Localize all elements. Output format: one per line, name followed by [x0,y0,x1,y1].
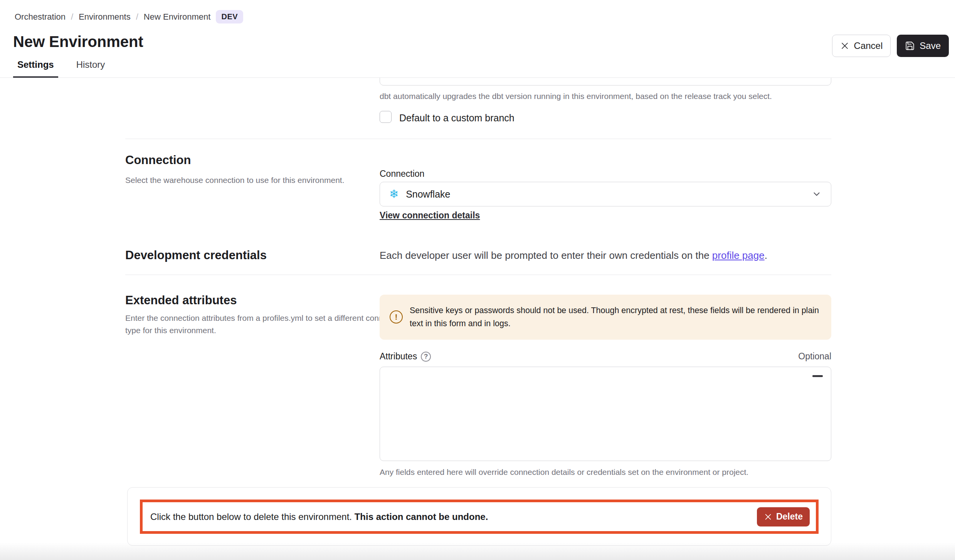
delete-warning-normal: Click the button below to delete this en… [150,511,355,522]
dev-credentials-text: Each developer user will be prompted to … [380,250,767,262]
save-button[interactable]: Save [897,35,949,57]
cancel-button[interactable]: Cancel [832,35,891,57]
cancel-button-label: Cancel [854,40,883,51]
chevron-down-icon [812,189,822,199]
save-disk-icon [905,41,915,51]
snowflake-icon: ❄ [389,188,399,200]
header-actions: Cancel Save [832,35,949,57]
tab-settings[interactable]: Settings [13,59,58,78]
release-track-helper: dbt automatically upgrades the dbt versi… [380,92,831,101]
section-divider [125,139,831,139]
extended-attributes-description: Enter the connection attributes from a p… [125,312,422,336]
warning-circle-icon: ! [390,310,403,324]
close-icon [840,41,849,50]
custom-branch-checkbox[interactable] [380,111,392,123]
delete-button-label: Delete [776,511,803,522]
page-header: Orchestration / Environments / New Envir… [0,0,955,78]
delete-button[interactable]: Delete [757,507,810,526]
sensitive-keys-warning: ! Sensitive keys or passwords should not… [380,295,831,340]
optional-label: Optional [798,351,831,362]
extended-attributes-heading: Extended attributes [125,293,237,307]
environment-settings-page: Orchestration / Environments / New Envir… [0,0,955,560]
close-icon [764,513,772,521]
tab-history[interactable]: History [72,59,109,78]
dev-credentials-heading: Development credentials [125,248,267,262]
attributes-helper: Any fields entered here will override co… [380,468,831,477]
help-icon[interactable]: ? [421,352,431,362]
delete-annotation-box: Click the button below to delete this en… [140,500,819,534]
breadcrumb: Orchestration / Environments / New Envir… [15,10,243,23]
view-connection-details-link[interactable]: View connection details [380,210,480,221]
connection-select[interactable]: ❄ Snowflake [380,182,831,206]
attributes-editor-wrap [380,367,831,461]
profile-page-link[interactable]: profile page [712,250,765,261]
breadcrumb-separator: / [136,12,138,22]
breadcrumb-separator: / [71,12,73,22]
attributes-textarea[interactable] [380,367,831,461]
page-title: New Environment [13,33,143,50]
attributes-label-row: Attributes ? [380,351,431,362]
attributes-field-label: Attributes [380,351,417,362]
save-button-label: Save [920,40,941,51]
connection-selected-value: Snowflake [406,189,450,200]
section-divider [125,275,831,275]
custom-branch-label: Default to a custom branch [399,112,514,124]
breadcrumb-orchestration[interactable]: Orchestration [15,12,66,22]
connection-heading: Connection [125,153,191,167]
connection-field-label: Connection [380,169,424,179]
delete-warning-text: Click the button below to delete this en… [150,511,488,522]
env-type-badge: DEV [216,10,243,23]
breadcrumb-environments[interactable]: Environments [79,12,131,22]
delete-warning-bold: This action cannot be undone. [355,511,488,522]
editor-fold-icon[interactable] [812,375,823,377]
dev-credentials-text-after: . [765,250,767,261]
warning-text: Sensitive keys or passwords should not b… [410,304,821,330]
tab-bar: Settings History [13,59,109,78]
breadcrumb-current: New Environment [144,12,211,22]
dev-credentials-text-before: Each developer user will be prompted to … [380,250,712,261]
